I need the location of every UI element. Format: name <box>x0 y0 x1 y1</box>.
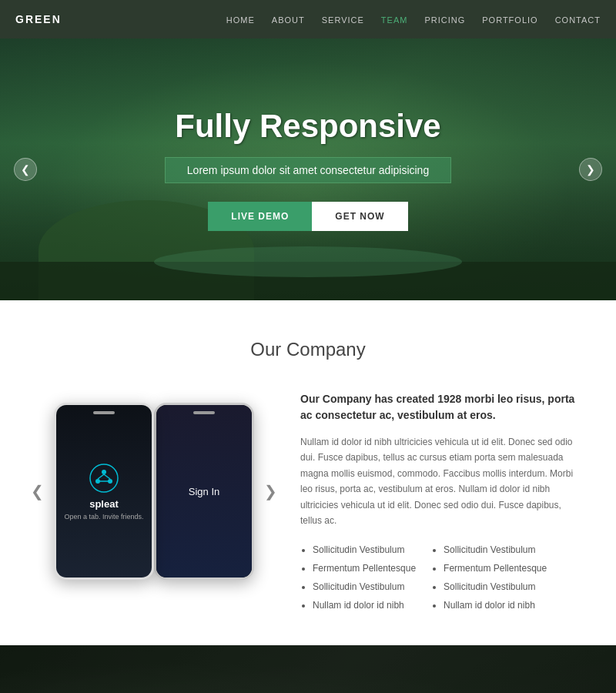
nav-links: HOME ABOUT SERVICE TEAM PRICING PORTFOLI… <box>226 12 601 26</box>
company-paragraph: Nullam id dolor id nibh ultricicies vehi… <box>300 434 585 528</box>
phone-right: Sign In <box>154 403 254 580</box>
company-content: ❮ spleat Open a t <box>31 391 585 614</box>
phone-app-name: spleat <box>89 498 119 510</box>
hero-buttons: LIVE DEMO GET NOW <box>165 202 451 231</box>
phones-carousel: ❮ spleat Open a t <box>31 391 277 591</box>
dark-overlay <box>0 645 616 693</box>
phone-speaker <box>93 411 115 414</box>
company-heading: Our Company has created 1928 morbi leo r… <box>300 391 585 424</box>
phones-prev-button[interactable]: ❮ <box>31 482 44 500</box>
list-item: Sollicitudin Vestibulum <box>444 541 547 559</box>
company-text-block: Our Company has created 1928 morbi leo r… <box>300 391 585 614</box>
live-demo-button[interactable]: LIVE DEMO <box>208 202 312 231</box>
navbar: GREEN HOME ABOUT SERVICE TEAM PRICING PO… <box>0 0 616 38</box>
company-lists: Sollicitudin Vestibulum Fermentum Pellen… <box>300 541 585 614</box>
phone-screen-signin: Sign In <box>156 405 252 578</box>
nav-item-home[interactable]: HOME <box>226 12 255 26</box>
hero-subtitle: Lorem ipsum dolor sit amet consectetur a… <box>165 157 451 183</box>
signin-label: Sign In <box>189 486 219 497</box>
phone-screen-app: spleat Open a tab. Invite friends. <box>56 405 152 578</box>
company-section: Our Company ❮ <box>0 300 616 645</box>
list-item: Sollicitudin Vestibulum <box>444 578 547 596</box>
svg-line-5 <box>104 474 110 479</box>
list-item: Nullam id dolor id nibh <box>313 596 416 614</box>
nav-logo: GREEN <box>15 13 62 25</box>
phones-next-button[interactable]: ❯ <box>264 482 277 500</box>
svg-point-0 <box>90 464 118 492</box>
get-now-button[interactable]: GET NOW <box>312 202 407 231</box>
hero-content: Fully Responsive Lorem ipsum dolor sit a… <box>165 108 451 231</box>
hero-water-decoration <box>154 246 462 277</box>
dark-section: Nunc velit risus, dapibus non interdum q… <box>0 645 616 693</box>
hero-section: ❮ Fully Responsive Lorem ipsum dolor sit… <box>0 38 616 300</box>
nav-item-about[interactable]: ABOUT <box>272 12 305 26</box>
nav-item-pricing[interactable]: PRICING <box>424 12 465 26</box>
hero-title: Fully Responsive <box>165 108 451 145</box>
nav-item-contact[interactable]: CONTACT <box>555 12 601 26</box>
spleat-logo-icon <box>89 463 119 494</box>
nav-item-portfolio[interactable]: PORTFOLIO <box>482 12 537 26</box>
list-item: Nullam id dolor id nibh <box>444 596 547 614</box>
phone-left: spleat Open a tab. Invite friends. <box>54 403 154 580</box>
list-item: Sollicitudin Vestibulum <box>313 541 416 559</box>
list-item: Fermentum Pellentesque <box>444 559 547 578</box>
list-item: Sollicitudin Vestibulum <box>313 578 416 596</box>
nav-item-service[interactable]: SERVICE <box>322 12 364 26</box>
nav-item-team[interactable]: TEAM <box>381 12 408 26</box>
hero-prev-button[interactable]: ❮ <box>14 158 37 181</box>
company-section-title: Our Company <box>31 339 585 360</box>
svg-point-1 <box>102 470 106 474</box>
company-list-1: Sollicitudin Vestibulum Fermentum Pellen… <box>300 541 416 614</box>
phone-right-speaker <box>193 411 215 414</box>
company-list-2: Sollicitudin Vestibulum Fermentum Pellen… <box>431 541 547 614</box>
hero-next-button[interactable]: ❯ <box>579 158 602 181</box>
list-item: Fermentum Pellentesque <box>313 559 416 578</box>
phone-tagline: Open a tab. Invite friends. <box>64 513 143 521</box>
svg-line-4 <box>98 474 104 479</box>
